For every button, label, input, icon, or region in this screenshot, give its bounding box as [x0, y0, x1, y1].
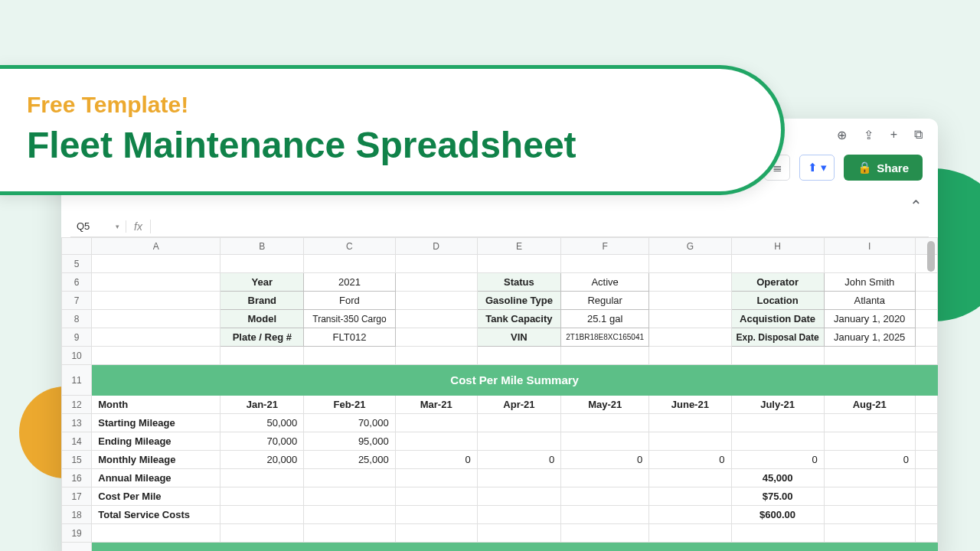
cell[interactable]: Ending Mileage — [92, 432, 220, 451]
info-value[interactable]: Atlanta — [824, 292, 915, 310]
info-value[interactable]: Transit-350 Cargo — [304, 310, 395, 328]
cell[interactable] — [824, 432, 915, 451]
cell[interactable] — [477, 414, 561, 432]
collapse-chevron-icon[interactable]: ⌃ — [910, 197, 923, 215]
info-label[interactable]: Location — [731, 292, 824, 310]
cell[interactable]: 0 — [395, 451, 477, 469]
summary-title[interactable]: Cost Per Mile Summary — [92, 365, 938, 396]
cell[interactable]: $600.00 — [731, 506, 824, 524]
row-header[interactable]: 9 — [62, 328, 92, 347]
cell[interactable]: 0 — [731, 451, 824, 469]
select-all-corner[interactable] — [62, 238, 92, 255]
row-header[interactable] — [62, 543, 92, 552]
col-header[interactable]: E — [477, 238, 561, 255]
share-up-icon[interactable]: ⇪ — [864, 128, 874, 142]
info-value[interactable]: Regular — [561, 292, 649, 310]
cell[interactable] — [731, 432, 824, 451]
info-label[interactable]: VIN — [477, 328, 561, 347]
info-label[interactable]: Exp. Disposal Date — [731, 328, 824, 347]
name-box[interactable]: Q5 — [70, 217, 126, 235]
cell[interactable]: Total Service Costs — [92, 506, 220, 524]
row-header[interactable]: 12 — [62, 396, 92, 414]
row-header[interactable]: 5 — [62, 255, 92, 273]
cell[interactable] — [731, 414, 824, 432]
row-header[interactable]: 16 — [62, 469, 92, 487]
cell[interactable]: 95,000 — [304, 432, 395, 451]
info-value[interactable]: FLT012 — [304, 328, 395, 347]
cell[interactable] — [649, 432, 731, 451]
cell[interactable]: Mar-21 — [395, 396, 477, 414]
info-value[interactable]: 2021 — [304, 273, 395, 292]
vertical-scrollbar[interactable] — [927, 241, 935, 272]
row-header[interactable]: 7 — [62, 292, 92, 310]
download-icon[interactable]: ⊕ — [837, 128, 847, 142]
cell[interactable]: May-21 — [561, 396, 649, 414]
cell[interactable]: Monthly Mileage — [92, 451, 220, 469]
col-header[interactable]: I — [824, 238, 915, 255]
cell[interactable]: Cost Per Mile — [92, 487, 220, 506]
cell[interactable]: Starting Mileage — [92, 414, 220, 432]
cell[interactable]: $75.00 — [731, 487, 824, 506]
cell[interactable] — [92, 543, 938, 552]
cell[interactable]: 20,000 — [220, 451, 304, 469]
cell[interactable]: July-21 — [731, 396, 824, 414]
cell[interactable] — [561, 432, 649, 451]
cell[interactable]: 0 — [561, 451, 649, 469]
info-label[interactable]: Status — [477, 273, 561, 292]
cell[interactable]: Month — [92, 396, 220, 414]
info-value[interactable]: January 1, 2020 — [824, 310, 915, 328]
cell[interactable]: 0 — [649, 451, 731, 469]
share-button[interactable]: 🔒 Share — [844, 155, 923, 181]
info-value[interactable]: Active — [561, 273, 649, 292]
row-header[interactable]: 13 — [62, 414, 92, 432]
cell[interactable] — [824, 414, 915, 432]
info-value[interactable]: 2T1BR18E8XC165041 — [561, 328, 649, 347]
cell[interactable] — [477, 432, 561, 451]
row-header[interactable]: 6 — [62, 273, 92, 292]
col-header[interactable]: G — [649, 238, 731, 255]
col-header[interactable]: D — [395, 238, 477, 255]
cell[interactable]: Jan-21 — [220, 396, 304, 414]
cell[interactable]: 50,000 — [220, 414, 304, 432]
cell[interactable]: Apr-21 — [477, 396, 561, 414]
row-header[interactable]: 18 — [62, 506, 92, 524]
cell[interactable]: 70,000 — [220, 432, 304, 451]
col-header[interactable]: F — [561, 238, 649, 255]
col-header[interactable]: A — [92, 238, 220, 255]
info-label[interactable]: Acquistion Date — [731, 310, 824, 328]
cell[interactable]: 45,000 — [731, 469, 824, 487]
col-header[interactable]: C — [304, 238, 395, 255]
cell[interactable]: Feb-21 — [304, 396, 395, 414]
info-value[interactable]: John Smith — [824, 273, 915, 292]
cell[interactable]: Annual Mileage — [92, 469, 220, 487]
col-header[interactable]: H — [731, 238, 824, 255]
row-header[interactable]: 11 — [62, 365, 92, 396]
upload-dropdown[interactable]: ⬆ ▾ — [799, 155, 835, 181]
row-header[interactable]: 17 — [62, 487, 92, 506]
info-value[interactable]: Ford — [304, 292, 395, 310]
cell[interactable]: 25,000 — [304, 451, 395, 469]
cell[interactable]: Aug-21 — [824, 396, 915, 414]
spreadsheet-grid[interactable]: A B C D E F G H I 5 6Year2021StatusActiv… — [61, 237, 938, 551]
info-label[interactable]: Gasoline Type — [477, 292, 561, 310]
row-header[interactable]: 14 — [62, 432, 92, 451]
col-header[interactable]: B — [220, 238, 304, 255]
info-label[interactable]: Plate / Reg # — [220, 328, 304, 347]
info-label[interactable]: Brand — [220, 292, 304, 310]
cell[interactable]: 0 — [824, 451, 915, 469]
cell[interactable]: June-21 — [649, 396, 731, 414]
info-label[interactable]: Tank Capacity — [477, 310, 561, 328]
info-value[interactable]: January 1, 2025 — [824, 328, 915, 347]
cell[interactable] — [395, 432, 477, 451]
new-tab-icon[interactable]: + — [890, 128, 897, 142]
info-value[interactable]: 25.1 gal — [561, 310, 649, 328]
cell[interactable] — [561, 414, 649, 432]
info-label[interactable]: Model — [220, 310, 304, 328]
row-header[interactable]: 8 — [62, 310, 92, 328]
cell[interactable] — [649, 414, 731, 432]
row-header[interactable]: 15 — [62, 451, 92, 469]
copy-icon[interactable]: ⧉ — [914, 128, 923, 142]
row-header[interactable]: 10 — [62, 347, 92, 365]
row-header[interactable]: 19 — [62, 524, 92, 543]
cell[interactable] — [395, 414, 477, 432]
